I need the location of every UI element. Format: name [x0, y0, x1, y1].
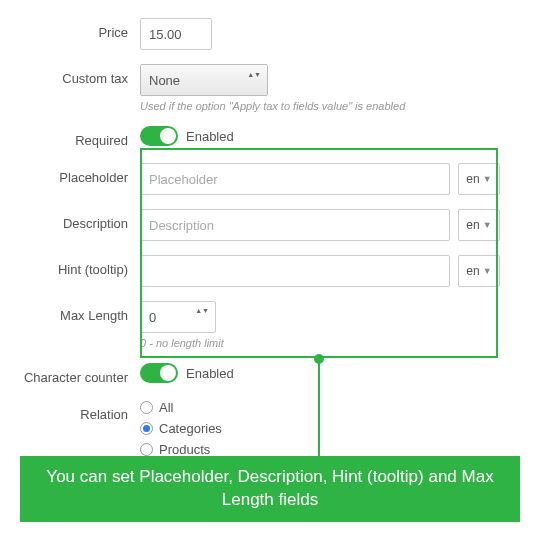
required-toggle[interactable] — [140, 126, 178, 146]
row-hint: Hint (tooltip) en▼ — [0, 255, 540, 287]
radio-icon — [140, 443, 153, 456]
row-max-length: Max Length 0 ▲▼ 0 - no length limit — [0, 301, 540, 349]
description-input[interactable]: Description — [140, 209, 450, 241]
caption-bar: You can set Placeholder, Description, Hi… — [20, 456, 520, 522]
max-length-help: 0 - no length limit — [140, 337, 500, 349]
max-length-input[interactable]: 0 ▲▼ — [140, 301, 216, 333]
caret-down-icon: ▼ — [483, 174, 492, 184]
required-label: Required — [0, 126, 140, 148]
custom-tax-select[interactable]: None ▲▼ — [140, 64, 268, 96]
placeholder-label: Placeholder — [0, 163, 140, 185]
row-required: Required Enabled — [0, 126, 540, 149]
price-input[interactable]: 15.00 — [140, 18, 212, 50]
character-counter-state: Enabled — [186, 366, 234, 381]
updown-icon: ▲▼ — [195, 307, 209, 315]
row-custom-tax: Custom tax None ▲▼ Used if the option "A… — [0, 64, 540, 112]
max-length-label: Max Length — [0, 301, 140, 323]
row-price: Price 15.00 — [0, 18, 540, 50]
updown-icon: ▲▼ — [247, 71, 261, 78]
relation-label: Relation — [0, 400, 140, 422]
required-state: Enabled — [186, 129, 234, 144]
row-placeholder: Placeholder Placeholder en▼ — [0, 163, 540, 195]
description-label: Description — [0, 209, 140, 231]
radio-icon — [140, 422, 153, 435]
custom-tax-label: Custom tax — [0, 64, 140, 86]
description-lang-button[interactable]: en▼ — [458, 209, 500, 241]
relation-option-all[interactable]: All — [140, 400, 500, 415]
placeholder-lang-button[interactable]: en▼ — [458, 163, 500, 195]
settings-panel: Price 15.00 Custom tax None ▲▼ Used if t… — [0, 0, 540, 463]
row-description: Description Description en▼ — [0, 209, 540, 241]
hint-label: Hint (tooltip) — [0, 255, 140, 277]
caret-down-icon: ▼ — [483, 220, 492, 230]
hint-lang-button[interactable]: en▼ — [458, 255, 500, 287]
character-counter-toggle[interactable] — [140, 363, 178, 383]
row-relation: Relation All Categories Products — [0, 400, 540, 463]
relation-option-products[interactable]: Products — [140, 442, 500, 457]
custom-tax-help: Used if the option "Apply tax to fields … — [140, 100, 500, 112]
relation-option-categories[interactable]: Categories — [140, 421, 500, 436]
hint-input[interactable] — [140, 255, 450, 287]
price-label: Price — [0, 18, 140, 40]
character-counter-label: Character counter — [0, 363, 140, 385]
placeholder-input[interactable]: Placeholder — [140, 163, 450, 195]
radio-icon — [140, 401, 153, 414]
caret-down-icon: ▼ — [483, 266, 492, 276]
row-character-counter: Character counter Enabled — [0, 363, 540, 386]
